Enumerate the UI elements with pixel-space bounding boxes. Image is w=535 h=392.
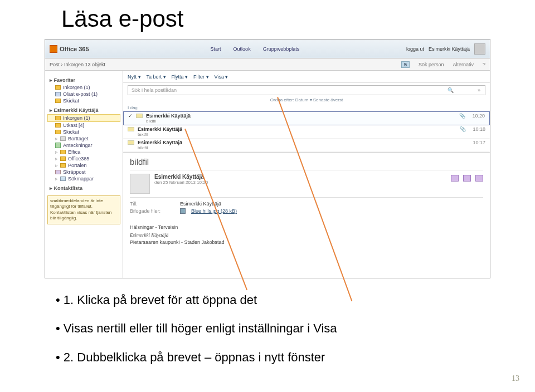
preview-fields: Till:Esimerkki Käyttäjä Bifogade filer: … — [130, 201, 483, 214]
breadcrumb: Post › Inkorgen 13 objekt — [50, 62, 105, 67]
breadcrumb-bar: Post › Inkorgen 13 objekt 5 Sök person A… — [45, 58, 490, 71]
page-number: 13 — [512, 374, 519, 383]
toolbar-view[interactable]: Visa ▾ — [215, 74, 228, 80]
mb-searchfolders[interactable]: ▹Sökmappar — [47, 175, 120, 182]
folder-icon — [55, 130, 61, 134]
folder-icon — [60, 163, 66, 168]
msg-from: Esimerkki Käyttäjä — [146, 113, 456, 119]
checkmark-icon: ✓ — [128, 113, 133, 119]
message-row[interactable]: ✓ Esimerkki Käyttäjä bildfil 📎 10:20 — [123, 111, 490, 125]
msg-subject: textfil — [138, 132, 456, 137]
tab-groupsite[interactable]: Gruppwebbplats — [263, 46, 300, 52]
folder-icon — [60, 136, 66, 141]
fav-unread[interactable]: Oläst e-post (1) — [47, 91, 120, 97]
msg-time: 10:18 — [473, 126, 485, 132]
mb-junk[interactable]: Skräppost — [47, 169, 120, 175]
reply-icon[interactable] — [451, 175, 459, 182]
forward-icon[interactable] — [475, 175, 483, 182]
mb-sent[interactable]: Skickat — [47, 129, 120, 135]
preview-date: den 25 februari 2013 10:20 — [154, 180, 208, 185]
mb-portalen[interactable]: ▹Portalen — [47, 162, 120, 169]
content-area: Nytt ▾ Ta bort ▾ Flytta ▾ Filter ▾ Visa … — [123, 71, 490, 278]
logo: Office 365 — [50, 45, 89, 53]
preview-pane: bildfil Esimerkki Käyttäjä den 25 februa… — [123, 153, 490, 278]
logo-icon — [50, 45, 57, 53]
folder-icon — [55, 170, 61, 174]
favorites-title: ▸ Favoriter — [50, 77, 120, 83]
attachment-icon: 📎 — [460, 126, 466, 132]
mb-notes[interactable]: Anteckningar — [47, 142, 120, 149]
main-area: ▸ Favoriter Inkorgen (1) Oläst e-post (1… — [45, 71, 490, 278]
msg-subject: bildfil — [146, 119, 456, 124]
message-row[interactable]: Esimerkki Käyttäjä textfil 📎 10:18 — [123, 125, 490, 139]
fav-sent[interactable]: Skickat — [47, 97, 120, 104]
attachments-label: Bifogade filer: — [130, 208, 174, 214]
search-input[interactable]: Sök i hela postlådan 🔍 » — [128, 85, 485, 95]
mb-deleted[interactable]: ▹Borttaget — [47, 135, 120, 142]
folder-icon — [60, 156, 66, 161]
bullet-1: 1. Klicka på brevet för att öppna det — [56, 290, 337, 310]
msg-time: 10:20 — [472, 113, 485, 119]
folder-icon — [55, 123, 61, 128]
toolbar-filter[interactable]: Filter ▾ — [193, 74, 209, 80]
user-name: Esimerkki Käyttäjä — [429, 46, 470, 52]
bullet-3: 2. Dubbelklicka på brevet – öppnas i nyt… — [56, 347, 337, 367]
day-header: I dag — [123, 104, 490, 111]
sign-out-link[interactable]: logga ut — [406, 46, 424, 52]
contacts-title: ▸ Kontaktlista — [50, 185, 120, 191]
to-label: Till: — [130, 201, 174, 207]
notification-badge[interactable]: 5 — [401, 61, 410, 68]
toolbar-move[interactable]: Flytta ▾ — [172, 74, 188, 80]
search-person[interactable]: Sök person — [419, 62, 444, 67]
attachment-icon: 📎 — [459, 113, 465, 119]
avatar-icon — [474, 43, 485, 55]
envelope-icon — [136, 114, 143, 118]
preview-body: Hälsningar - Terveisin Esimerkki Käyttäj… — [130, 224, 483, 247]
attachment-link[interactable]: Blue hills.jpg (28 kB) — [191, 208, 237, 214]
bullet-2: Visas nertill eller till höger enligt in… — [56, 318, 337, 339]
message-row[interactable]: Esimerkki Käyttäjä bildfil 10:17 — [123, 139, 490, 152]
header-tabs: Start Outlook Gruppwebbplats — [211, 46, 300, 52]
preview-header: Esimerkki Käyttäjä den 25 februari 2013 … — [130, 170, 483, 198]
image-icon — [180, 208, 186, 214]
msg-subject: bildfil — [138, 145, 469, 150]
tab-outlook[interactable]: Outlook — [234, 46, 251, 52]
folder-icon — [55, 85, 61, 90]
mail-toolbar: Nytt ▾ Ta bort ▾ Flytta ▾ Filter ▾ Visa … — [123, 71, 490, 83]
msg-from: Esimerkki Käyttäjä — [138, 140, 469, 145]
slide-title: Läsa e-post — [61, 6, 183, 32]
mb-drafts[interactable]: Utkast [4] — [47, 122, 120, 129]
folder-icon — [55, 92, 61, 96]
preview-subject: bildfil — [130, 157, 483, 166]
header-right: logga ut Esimerkki Käyttäjä — [406, 43, 485, 55]
search-expand-icon[interactable]: » — [478, 87, 480, 93]
logo-text: Office 365 — [60, 46, 89, 52]
fav-inbox[interactable]: Inkorgen (1) — [47, 84, 120, 91]
body-line: Pietarsaaren kaupunki - Staden Jakobstad — [130, 239, 483, 247]
search-icon[interactable]: 🔍 — [448, 87, 454, 93]
mailbox-title: ▸ Esimerkki Käyttäjä — [50, 107, 120, 113]
help-icon[interactable]: ? — [483, 62, 485, 67]
outlook-screenshot: Office 365 Start Outlook Gruppwebbplats … — [45, 39, 490, 278]
body-signature: Esimerkki Käyttäjä — [130, 232, 483, 239]
note-icon — [55, 143, 61, 148]
folder-icon — [55, 116, 61, 120]
toolbar-delete[interactable]: Ta bort ▾ — [147, 74, 166, 80]
folder-icon — [60, 177, 66, 181]
envelope-icon — [128, 140, 134, 145]
preview-actions — [451, 175, 483, 182]
options-link[interactable]: Alternativ — [453, 62, 474, 67]
body-line: Hälsningar - Terveisin — [130, 224, 483, 232]
mb-inbox[interactable]: Inkorgen (1) — [47, 114, 120, 122]
reply-all-icon[interactable] — [463, 175, 471, 182]
bullet-list: 1. Klicka på brevet för att öppna det Vi… — [56, 290, 337, 375]
contacts-notice: snabbmeddelanden är inte tillgängligt fö… — [47, 195, 120, 224]
mb-effica[interactable]: ▹Effica — [47, 149, 120, 155]
tab-start[interactable]: Start — [211, 46, 221, 52]
sort-label[interactable]: Ordna efter: Datum ▾ Senaste överst — [123, 97, 490, 102]
sidebar: ▸ Favoriter Inkorgen (1) Oläst e-post (1… — [45, 71, 123, 278]
mb-office365[interactable]: ▹Office365 — [47, 155, 120, 162]
folder-icon — [55, 99, 61, 103]
envelope-icon — [128, 127, 134, 131]
toolbar-new[interactable]: Nytt ▾ — [128, 74, 141, 80]
